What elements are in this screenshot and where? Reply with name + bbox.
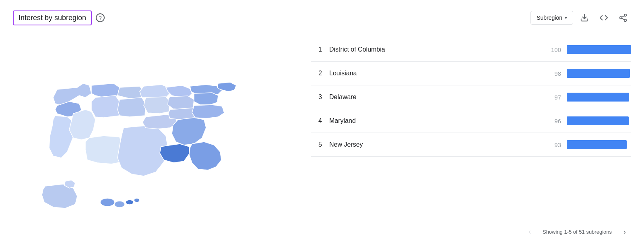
svg-marker-28 (160, 144, 189, 163)
download-button[interactable] (576, 10, 592, 26)
svg-point-33 (126, 200, 134, 205)
svg-marker-19 (168, 96, 194, 110)
svg-line-4 (622, 18, 624, 20)
svg-marker-16 (91, 95, 120, 118)
interest-bar (567, 140, 627, 149)
interest-bar (567, 69, 630, 78)
rank-number: 1 (311, 46, 322, 53)
svg-marker-27 (189, 142, 221, 170)
prev-page-button[interactable]: ‹ (523, 225, 536, 238)
svg-point-34 (134, 198, 140, 202)
value-number: 98 (550, 70, 561, 77)
rank-number: 4 (311, 117, 322, 124)
main-content: 1 District of Columbia 100 2 Louisiana 9… (13, 34, 631, 241)
value-number: 100 (550, 46, 561, 53)
pagination-row: ‹ Showing 1-5 of 51 subregions › (311, 219, 631, 241)
share-icon (619, 13, 627, 22)
pagination-text: Showing 1-5 of 51 subregions (543, 229, 612, 235)
table-row: 2 Louisiana 98 (311, 62, 631, 85)
value-number: 96 (550, 118, 561, 124)
svg-marker-25 (192, 105, 224, 118)
svg-marker-9 (140, 85, 170, 97)
table-row: 4 Maryland 96 (311, 109, 631, 133)
map-area (13, 34, 295, 241)
svg-marker-17 (118, 97, 146, 117)
svg-marker-20 (194, 93, 218, 105)
region-name: Louisiana (329, 70, 550, 77)
us-map (33, 57, 275, 218)
embed-button[interactable] (596, 10, 612, 26)
dropdown-label: Subregion (537, 15, 562, 21)
value-number: 93 (550, 141, 561, 148)
region-name: Maryland (329, 117, 550, 124)
header-row: Interest by subregion ? Subregion ▾ (13, 10, 631, 26)
region-name: District of Columbia (329, 46, 550, 53)
download-icon (580, 13, 589, 22)
chevron-down-icon: ▾ (565, 15, 567, 21)
svg-marker-15 (69, 110, 95, 140)
bar-container (567, 116, 631, 125)
interest-bar (567, 45, 631, 54)
section-title: Interest by subregion (13, 10, 92, 25)
interest-bar (567, 116, 629, 125)
next-page-button[interactable]: › (618, 225, 631, 238)
title-area: Interest by subregion ? (13, 10, 105, 25)
svg-marker-26 (172, 118, 206, 145)
bar-container (567, 93, 631, 102)
data-list: 1 District of Columbia 100 2 Louisiana 9… (311, 38, 631, 219)
region-name: Delaware (329, 93, 550, 101)
rank-number: 5 (311, 141, 322, 148)
bar-container (567, 140, 631, 149)
rank-number: 2 (311, 70, 322, 77)
svg-marker-18 (144, 97, 170, 114)
region-name: New Jersey (329, 141, 550, 148)
table-row: 5 New Jersey 93 (311, 133, 631, 157)
svg-point-32 (114, 201, 125, 207)
map-states (42, 82, 236, 208)
svg-marker-21 (85, 136, 124, 164)
subregion-dropdown[interactable]: Subregion ▾ (530, 11, 573, 25)
embed-icon (599, 13, 608, 22)
bar-container (567, 45, 631, 54)
bar-container (567, 69, 631, 78)
share-button[interactable] (615, 10, 631, 26)
toolbar-right: Subregion ▾ (530, 10, 631, 26)
svg-line-5 (622, 16, 624, 17)
table-row: 1 District of Columbia 100 (311, 38, 631, 62)
help-icon[interactable]: ? (96, 13, 105, 22)
rank-number: 3 (311, 93, 322, 101)
value-number: 97 (550, 94, 561, 101)
table-row: 3 Delaware 97 (311, 85, 631, 109)
svg-point-31 (100, 198, 115, 206)
data-area: 1 District of Columbia 100 2 Louisiana 9… (295, 34, 631, 241)
interest-bar (567, 93, 629, 102)
